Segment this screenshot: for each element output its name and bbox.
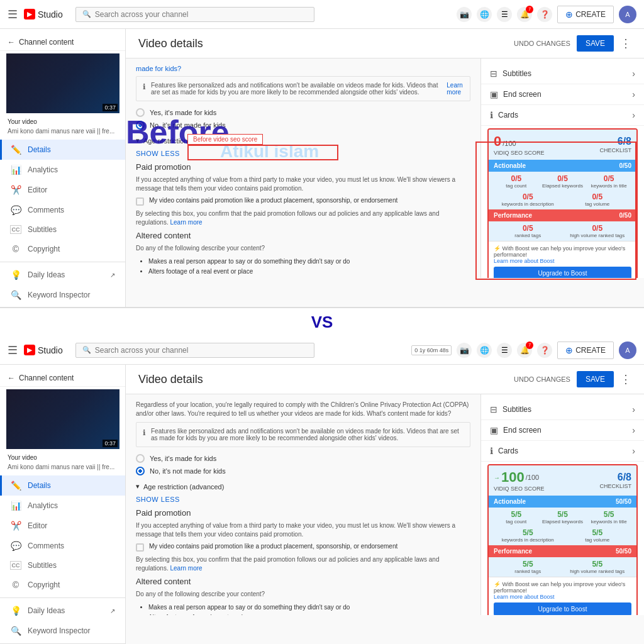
- camera-icon-bottom[interactable]: 📷: [457, 343, 472, 358]
- hamburger-icon[interactable]: ☰: [8, 8, 18, 21]
- perf2-val-top: 0/5: [564, 224, 632, 233]
- sidebar-item-analytics-bottom[interactable]: 📊 Analytics: [0, 496, 125, 516]
- more-options-bottom[interactable]: ⋮: [620, 372, 631, 386]
- radio-no[interactable]: No, it's not made for kids: [136, 119, 470, 131]
- info-icon-bottom: ℹ: [143, 428, 146, 441]
- metric1-label-bottom: tag count: [494, 519, 539, 525]
- sidebar-item-keyword-inspector[interactable]: 🔍 Keyword Inspector: [0, 285, 125, 305]
- metric1-val-top: 0/5: [494, 174, 539, 183]
- globe-icon-bottom[interactable]: 🌐: [477, 343, 492, 358]
- cards-panel-icon-bottom: ℹ: [490, 446, 493, 456]
- menu-icon-bottom[interactable]: ☰: [497, 343, 512, 358]
- notification-icon-bottom[interactable]: 🔔7: [517, 343, 532, 358]
- panel-end-screen-bottom[interactable]: ▣ End screen ›: [481, 420, 644, 441]
- paid-promo-checkbox[interactable]: My video contains paid promotion like a …: [136, 197, 470, 206]
- policy-text-bottom: By selecting this box, you confirm that …: [136, 555, 470, 573]
- sidebar-item-daily-ideas-bottom[interactable]: 💡 Daily Ideas ↗: [0, 601, 125, 621]
- boost-text-bottom: ⚡ With Boost we can help you improve you…: [494, 581, 631, 594]
- sidebar-back-button[interactable]: ← Channel content: [0, 34, 125, 51]
- help-icon-bottom[interactable]: ❓: [537, 343, 552, 358]
- sidebar-item-copyright[interactable]: © Copyright: [0, 239, 125, 259]
- search-bar-bottom[interactable]: 🔍: [75, 343, 314, 358]
- learn-boost-link-bottom[interactable]: Learn more about Boost: [494, 594, 631, 600]
- sidebar-item-subtitles-bottom[interactable]: CC Subtitles: [0, 556, 125, 575]
- panel-arrow-subtitles: ›: [632, 69, 635, 79]
- undo-button-bottom[interactable]: UNDO CHANGES: [514, 375, 570, 383]
- comments-icon-bottom: 💬: [10, 541, 21, 551]
- seo-perf-title-bottom: Performance 50/50: [494, 548, 631, 555]
- made-for-kids-link-top[interactable]: made for kids?: [136, 65, 470, 72]
- sidebar-item-subtitles[interactable]: CC Subtitles: [0, 220, 125, 239]
- notification-icon[interactable]: 🔔7: [517, 7, 532, 22]
- content-actions-bottom: UNDO CHANGES SAVE ⋮: [514, 371, 631, 387]
- learn-boost-link-top[interactable]: Learn more about Boost: [494, 258, 631, 264]
- sidebar-item-keyword-bottom[interactable]: 🔍 Keyword Inspector: [0, 621, 125, 641]
- undo-button-top[interactable]: UNDO CHANGES: [514, 40, 570, 47]
- create-button-bottom[interactable]: ⊕ CREATE: [557, 341, 614, 359]
- sidebar-item-editor-bottom[interactable]: ✂️ Editor: [0, 516, 125, 536]
- panel-cards-top[interactable]: ℹ Cards ›: [481, 105, 644, 126]
- sidebar-item-comments[interactable]: 💬 Comments: [0, 200, 125, 220]
- more-options-top[interactable]: ⋮: [620, 36, 631, 50]
- vs-text: VS: [311, 313, 333, 332]
- metric1-label-top: tag count: [494, 183, 539, 189]
- sidebar-back-bottom[interactable]: ← Channel content: [0, 370, 125, 387]
- sidebar-item-details[interactable]: ✏️ Details: [0, 140, 125, 160]
- metric4-bottom: 5/5 keywords in description: [494, 528, 562, 543]
- menu-icon[interactable]: ☰: [497, 7, 512, 22]
- save-button-top[interactable]: SAVE: [577, 35, 614, 52]
- yt-logo-bottom: ▶ Studio: [24, 345, 63, 355]
- upgrade-boost-button-bottom[interactable]: Upgrade to Boost: [494, 602, 631, 615]
- sidebar-item-editor[interactable]: ✂️ Editor: [0, 180, 125, 200]
- panel-end-screen-top[interactable]: ▣ End screen ›: [481, 84, 644, 105]
- seo-score-block-bottom: → 100 /100 VIDIQ SEO SCORE: [494, 469, 545, 492]
- upgrade-boost-button-top[interactable]: Upgrade to Boost: [494, 267, 631, 278]
- learn-more-2[interactable]: Learn more: [170, 219, 202, 226]
- sidebar-video-title-bottom: Your video: [0, 452, 125, 464]
- panel-subtitles-top[interactable]: ⊟ Subtitles ›: [481, 64, 644, 84]
- show-less-top[interactable]: SHOW LESS: [136, 150, 470, 157]
- learn-more-link[interactable]: Learn more: [447, 82, 464, 96]
- show-less-bottom[interactable]: SHOW LESS: [136, 496, 470, 503]
- radio-yes-bottom[interactable]: Yes, it's made for kids: [136, 452, 470, 465]
- help-icon[interactable]: ❓: [537, 7, 552, 22]
- panel-subtitles-bottom[interactable]: ⊟ Subtitles ›: [481, 399, 644, 420]
- back-arrow-icon: ←: [8, 38, 15, 47]
- globe-icon[interactable]: 🌐: [477, 7, 492, 22]
- metric2-top: 0/5 Elapsed keywords: [540, 174, 586, 189]
- sidebar-item-analytics[interactable]: 📊 Analytics: [0, 160, 125, 180]
- copyright-icon: ©: [10, 244, 21, 254]
- paid-promo-title-bottom: Paid promotion: [136, 508, 470, 518]
- sidebar-divider: [0, 262, 125, 262]
- save-button-bottom[interactable]: SAVE: [577, 371, 614, 387]
- metric3-val-top: 0/5: [586, 174, 631, 183]
- radio-yes[interactable]: Yes, it's made for kids: [136, 106, 470, 119]
- camera-icon[interactable]: 📷: [457, 7, 472, 22]
- checklist-label-top: CHECKLIST: [599, 147, 631, 153]
- analytics-icon: 📊: [10, 165, 21, 175]
- age-restriction-toggle-bottom[interactable]: ▾ Age restriction (advanced): [136, 482, 470, 491]
- altered-list-bottom: Makes a real person appear to say or do …: [136, 602, 470, 615]
- sidebar-video-sub-bottom: Ami kono dami manus nare vaii || fre...: [0, 464, 125, 475]
- learn-more-bottom[interactable]: Learn more: [170, 565, 202, 572]
- age-restriction-toggle[interactable]: ▾ Age restriction (advanced): [136, 136, 470, 145]
- panel-cards-bottom[interactable]: ℹ Cards ›: [481, 441, 644, 462]
- sidebar-item-comments-bottom[interactable]: 💬 Comments: [0, 536, 125, 556]
- sidebar-item-daily-ideas[interactable]: 💡 Daily Ideas ↗: [0, 265, 125, 285]
- radio-no-bottom[interactable]: No, it's not made for kids: [136, 465, 470, 477]
- perf1-val-bottom: 5/5: [494, 560, 562, 569]
- search-bar[interactable]: 🔍: [75, 7, 314, 22]
- paid-promo-checkbox-bottom[interactable]: My video contains paid promotion like a …: [136, 543, 470, 552]
- sidebar-item-copyright-bottom[interactable]: © Copyright: [0, 575, 125, 595]
- metric1-bottom: 5/5 tag count: [494, 510, 539, 525]
- sidebar-item-details-bottom[interactable]: ✏️ Details: [0, 475, 125, 496]
- create-button[interactable]: ⊕ CREATE: [557, 6, 614, 23]
- panel-arrow-end-screen: ›: [632, 89, 635, 99]
- search-input[interactable]: [95, 10, 308, 19]
- user-avatar-bottom[interactable]: A: [619, 341, 636, 359]
- metric5-label-bottom: tag volume: [564, 537, 632, 543]
- search-input-bottom[interactable]: [95, 346, 308, 355]
- user-avatar[interactable]: A: [619, 6, 636, 23]
- seo-metrics-bottom: 5/5 tag count 5/5 Elapsed keywords 5/5 k…: [489, 508, 636, 527]
- hamburger-icon-bottom[interactable]: ☰: [8, 343, 18, 357]
